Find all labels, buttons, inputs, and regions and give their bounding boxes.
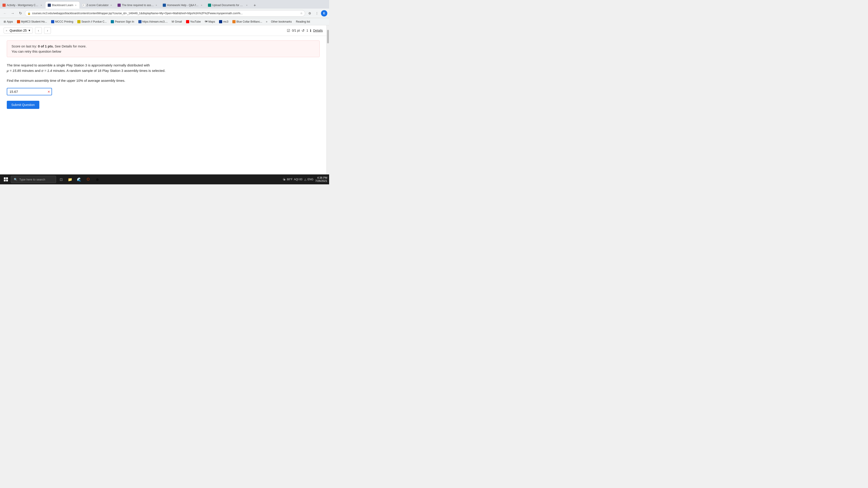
file-explorer-button[interactable]: 📁	[66, 175, 74, 184]
task-view-button[interactable]: ⊡	[57, 175, 65, 184]
tab-blackboard[interactable]: Blackboard Learn ×	[45, 1, 80, 8]
score-notice: Score on last try: 0 of 1 pts. See Detai…	[7, 40, 320, 57]
answer-input-wrap: ✕	[7, 88, 52, 95]
tab-favicon-activity	[2, 4, 6, 7]
tab-close-hw[interactable]: ×	[200, 4, 203, 7]
scroll-thumb[interactable]	[327, 30, 329, 43]
question-selector-label: Question 25	[10, 29, 27, 32]
prev-question-button[interactable]: ‹	[35, 27, 42, 34]
address-bar[interactable]: 🔒 courses.mc3.edu/webapps/blackboard/con…	[25, 10, 305, 17]
answer-input[interactable]	[7, 88, 52, 95]
tab-close-time[interactable]: ×	[155, 4, 158, 7]
bookmark-mc3[interactable]: mc3	[217, 20, 230, 24]
details-link[interactable]: Details	[313, 29, 323, 32]
question-close-icon[interactable]: ×	[6, 29, 7, 32]
tab-close-activity[interactable]: ×	[40, 4, 43, 7]
question-ask: Find the minimum assembly time of the up…	[7, 78, 320, 84]
submit-button[interactable]: Submit Question	[7, 101, 39, 109]
question-selector[interactable]: × Question 25 ▼	[4, 28, 33, 33]
scrollbar[interactable]	[327, 25, 329, 174]
bookmark-youtube[interactable]: YouTube	[184, 20, 203, 24]
tab-close-bb[interactable]: ×	[74, 4, 77, 7]
tab-favicon-zscore: Z	[82, 4, 86, 7]
question-toolbar: × Question 25 ▼ ‹ › ☑ 0/1 pt ↺ 1 ℹ Detai…	[0, 25, 327, 36]
taskbar-right: 🌤 88°F AQI 83 △ ENG 4:36 PM 7/26/2021	[283, 176, 327, 183]
taskbar-search-icon: 🔍	[14, 178, 18, 181]
nav-icons: ⚙ ⋮ E	[307, 10, 327, 17]
question-math-text: μ = 15.85	[7, 69, 21, 72]
chrome-menu-icon[interactable]: ⋮	[314, 10, 320, 17]
back-button[interactable]: ←	[2, 10, 8, 17]
language-label: ENG	[308, 178, 313, 181]
bookmark-star-icon[interactable]: ☆	[300, 12, 303, 15]
bookmark-apps[interactable]: ⊞ Apps	[2, 20, 15, 24]
stream-favicon	[138, 20, 142, 23]
bookmark-gmail[interactable]: M Gmail	[170, 20, 184, 24]
tab-time[interactable]: The time required to assem... ×	[115, 1, 160, 8]
question-dropdown-icon[interactable]: ▼	[28, 29, 31, 32]
office-icon: O	[87, 177, 90, 182]
bookmark-reading[interactable]: Reading list	[294, 20, 312, 24]
content-area: Score on last try: 0 of 1 pts. See Detai…	[0, 36, 327, 113]
tab-favicon-hw	[163, 4, 166, 7]
chrome-taskbar-button[interactable]: ⊕	[93, 175, 101, 184]
tab-hw[interactable]: Homework Help - Q&A fro... ×	[160, 1, 206, 8]
tab-label-upload: Upload Documents for Free...	[212, 4, 244, 7]
bookmark-mymc3[interactable]: MyMC3 Student Ho...	[15, 20, 49, 24]
bookmark-maps[interactable]: 🗺 Maps	[203, 20, 217, 24]
refresh-button[interactable]: ↻	[17, 10, 24, 17]
tab-label-zscore: Z-score Calculator	[87, 4, 109, 7]
bookmark-bcb[interactable]: Blue Collar Brillianc...	[230, 20, 264, 24]
start-button[interactable]	[2, 175, 10, 184]
notification-icon[interactable]: △	[304, 178, 306, 181]
mccc-favicon	[51, 20, 54, 23]
bookmark-label-purdue: Search // Purdue C...	[81, 20, 107, 23]
tab-zscore[interactable]: Z Z-score Calculator ×	[80, 1, 115, 8]
extensions-icon[interactable]: ⚙	[307, 10, 313, 17]
taskbar-time: 4:36 PM 7/26/2021	[315, 176, 327, 183]
edge-button[interactable]: 🌊	[75, 175, 83, 184]
tab-upload[interactable]: Upload Documents for Free... ×	[206, 1, 251, 8]
profile-button[interactable]: E	[321, 10, 327, 17]
taskbar-search-bar[interactable]: 🔍 Type here to search	[11, 176, 56, 183]
taskbar-search-text: Type here to search	[19, 178, 45, 181]
mc3-favicon	[219, 20, 222, 23]
browser-content: × Question 25 ▼ ‹ › ☑ 0/1 pt ↺ 1 ℹ Detai…	[0, 25, 329, 174]
tab-bar: Activity - Montgomery Cou... × Blackboar…	[0, 0, 329, 8]
maps-favicon: 🗺	[205, 20, 208, 23]
retry-icon[interactable]: ↺	[302, 29, 305, 33]
gmail-favicon: M	[172, 20, 174, 23]
office-button[interactable]: O	[84, 175, 92, 184]
next-question-button[interactable]: ›	[44, 27, 51, 34]
score-display: 0/1 pt	[292, 29, 300, 32]
bookmark-label-mccc: MCCC Printing	[55, 20, 73, 23]
bookmark-mccc[interactable]: MCCC Printing	[49, 20, 75, 24]
bookmarks-more[interactable]: »	[265, 20, 269, 24]
answer-clear-button[interactable]: ✕	[48, 90, 50, 94]
score-notice-prefix: Score on last try:	[11, 44, 37, 48]
mymc3-favicon	[17, 20, 20, 23]
date-display: 7/26/2021	[315, 180, 327, 183]
tab-close-upload[interactable]: ×	[246, 4, 248, 7]
forward-button[interactable]: →	[9, 10, 16, 17]
info-icon[interactable]: ℹ	[310, 29, 311, 33]
weather-icon: 🌤	[283, 178, 285, 181]
bookmark-label-pearson: Pearson Sign In	[115, 20, 134, 23]
nav-bar: ← → ↻ 🔒 courses.mc3.edu/webapps/blackboa…	[0, 8, 329, 18]
bookmark-pearson[interactable]: Pearson Sign In	[109, 20, 136, 24]
bookmark-label-stream: https://stream.mc3....	[143, 20, 168, 23]
tab-activity[interactable]: Activity - Montgomery Cou... ×	[0, 1, 45, 8]
bookmark-label-mymc3: MyMC3 Student Ho...	[21, 20, 47, 23]
retry-count: 1	[306, 29, 308, 32]
tab-close-zscore[interactable]: ×	[110, 4, 113, 7]
question-body: The time required to assemble a single P…	[7, 63, 320, 73]
bookmark-other[interactable]: Other bookmarks	[269, 20, 293, 24]
score-notice-line1: Score on last try: 0 of 1 pts. See Detai…	[11, 44, 315, 48]
bookmark-label-apps: Apps	[7, 20, 13, 23]
bookmarks-bar: ⊞ Apps MyMC3 Student Ho... MCCC Printing…	[0, 18, 329, 25]
new-tab-button[interactable]: +	[252, 2, 258, 8]
bookmark-purdue[interactable]: Search // Purdue C...	[75, 20, 108, 24]
tab-label-bb: Blackboard Learn	[52, 4, 73, 7]
bookmark-reading-label: Reading list	[296, 20, 310, 23]
bookmark-stream[interactable]: https://stream.mc3....	[136, 20, 169, 24]
